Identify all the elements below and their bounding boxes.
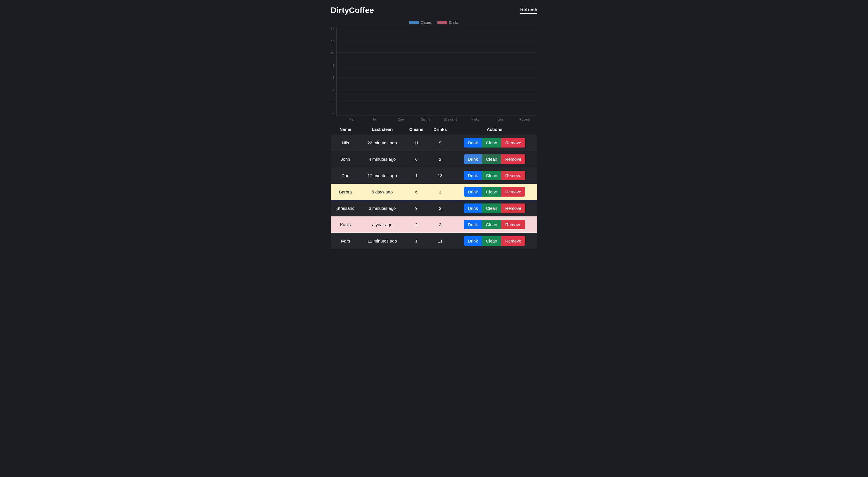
cell-last-clean: a year ago (360, 216, 404, 233)
cell-actions: DrinkCleanRemove (452, 233, 537, 249)
x-tick: Barbra (417, 118, 434, 121)
col-drinks: Drinks (429, 124, 452, 135)
action-button-group: DrinkCleanRemove (464, 154, 525, 164)
cell-name: Nils (331, 135, 360, 151)
cell-drinks: 13 (429, 167, 452, 184)
chart-legend: Cleans Drinks (331, 21, 537, 25)
cell-actions: DrinkCleanRemove (452, 151, 537, 167)
y-tick: 2 (332, 100, 334, 104)
cell-name: Ivars (331, 233, 360, 249)
cell-name: John (331, 151, 360, 167)
cell-cleans: 6 (404, 151, 428, 167)
clean-button[interactable]: Clean (482, 154, 501, 164)
drink-button[interactable]: Drink (464, 138, 482, 148)
action-button-group: DrinkCleanRemove (464, 187, 525, 197)
table-row: John4 minutes ago62DrinkCleanRemove (331, 151, 537, 167)
cell-cleans: 2 (404, 216, 428, 233)
drink-button[interactable]: Drink (464, 236, 482, 246)
y-tick: 0 (332, 113, 334, 116)
y-tick: 12 (331, 39, 334, 43)
remove-button[interactable]: Remove (501, 171, 525, 180)
x-tick: Streisand (442, 118, 459, 121)
col-cleans: Cleans (404, 124, 428, 135)
cell-last-clean: 22 minutes ago (360, 135, 404, 151)
chart-plot (336, 27, 537, 116)
legend-label-drinks: Drinks (449, 21, 459, 25)
table-row: Barbra5 days ago61DrinkCleanRemove (331, 184, 537, 200)
drink-button[interactable]: Drink (464, 220, 482, 229)
cell-drinks: 9 (429, 135, 452, 151)
table-header: Name Last clean Cleans Drinks Actions (331, 124, 537, 135)
app-container: DirtyCoffee Refresh Cleans Drinks 141210… (328, 6, 540, 249)
remove-button[interactable]: Remove (501, 203, 525, 213)
legend-swatch-cleans (409, 21, 419, 24)
x-tick: Doe (392, 118, 409, 121)
remove-button[interactable]: Remove (501, 154, 525, 164)
cell-name: Streisand (331, 200, 360, 216)
x-tick: Roberts (516, 118, 534, 121)
cell-actions: DrinkCleanRemove (452, 167, 537, 184)
chart-x-axis: NilsJohnDoeBarbraStreisandKarlisIvarsRob… (339, 116, 537, 121)
cell-drinks: 2 (429, 151, 452, 167)
drink-button[interactable]: Drink (464, 187, 482, 197)
table-row: Karlisa year ago22DrinkCleanRemove (331, 216, 537, 233)
refresh-link[interactable]: Refresh (520, 7, 537, 14)
cell-drinks: 2 (429, 200, 452, 216)
remove-button[interactable]: Remove (501, 138, 525, 148)
clean-button[interactable]: Clean (482, 187, 501, 197)
cell-last-clean: 4 minutes ago (360, 151, 404, 167)
y-tick: 10 (331, 52, 334, 55)
y-tick: 14 (331, 27, 334, 30)
cell-last-clean: 6 minutes ago (360, 200, 404, 216)
remove-button[interactable]: Remove (501, 236, 525, 246)
x-tick: Ivars (491, 118, 508, 121)
cell-last-clean: 11 minutes ago (360, 233, 404, 249)
cell-actions: DrinkCleanRemove (452, 200, 537, 216)
legend-item-drinks[interactable]: Drinks (437, 21, 459, 25)
x-tick: Nils (342, 118, 360, 121)
col-actions: Actions (452, 124, 537, 135)
drink-button[interactable]: Drink (464, 203, 482, 213)
y-tick: 4 (332, 88, 334, 92)
table-row: Nils22 minutes ago119DrinkCleanRemove (331, 135, 537, 151)
remove-button[interactable]: Remove (501, 220, 525, 229)
cell-cleans: 1 (404, 167, 428, 184)
col-last-clean: Last clean (360, 124, 404, 135)
cell-name: Doe (331, 167, 360, 184)
action-button-group: DrinkCleanRemove (464, 171, 525, 180)
table-row: Doe17 minutes ago113DrinkCleanRemove (331, 167, 537, 184)
y-tick: 8 (332, 64, 334, 67)
cell-cleans: 6 (404, 184, 428, 200)
clean-button[interactable]: Clean (482, 203, 501, 213)
remove-button[interactable]: Remove (501, 187, 525, 197)
legend-swatch-drinks (437, 21, 447, 24)
action-button-group: DrinkCleanRemove (464, 138, 525, 148)
drink-button[interactable]: Drink (464, 154, 482, 164)
cell-drinks: 2 (429, 216, 452, 233)
cell-last-clean: 17 minutes ago (360, 167, 404, 184)
clean-button[interactable]: Clean (482, 171, 501, 180)
drink-button[interactable]: Drink (464, 171, 482, 180)
x-tick: John (367, 118, 384, 121)
cell-name: Karlis (331, 216, 360, 233)
table-row: Streisand6 minutes ago92DrinkCleanRemove (331, 200, 537, 216)
cell-cleans: 1 (404, 233, 428, 249)
cell-drinks: 11 (429, 233, 452, 249)
action-button-group: DrinkCleanRemove (464, 203, 525, 213)
clean-button[interactable]: Clean (482, 236, 501, 246)
action-button-group: DrinkCleanRemove (464, 220, 525, 229)
clean-button[interactable]: Clean (482, 138, 501, 148)
cell-cleans: 11 (404, 135, 428, 151)
cell-drinks: 1 (429, 184, 452, 200)
legend-item-cleans[interactable]: Cleans (409, 21, 431, 25)
cell-actions: DrinkCleanRemove (452, 135, 537, 151)
x-tick: Karlis (467, 118, 484, 121)
cell-actions: DrinkCleanRemove (452, 216, 537, 233)
chart-plot-area: 14121086420 (331, 27, 537, 116)
chart-bars (337, 27, 537, 116)
data-table: Name Last clean Cleans Drinks Actions Ni… (331, 124, 537, 249)
action-button-group: DrinkCleanRemove (464, 236, 525, 246)
clean-button[interactable]: Clean (482, 220, 501, 229)
header: DirtyCoffee Refresh (331, 6, 537, 15)
chart-y-axis: 14121086420 (331, 27, 336, 116)
